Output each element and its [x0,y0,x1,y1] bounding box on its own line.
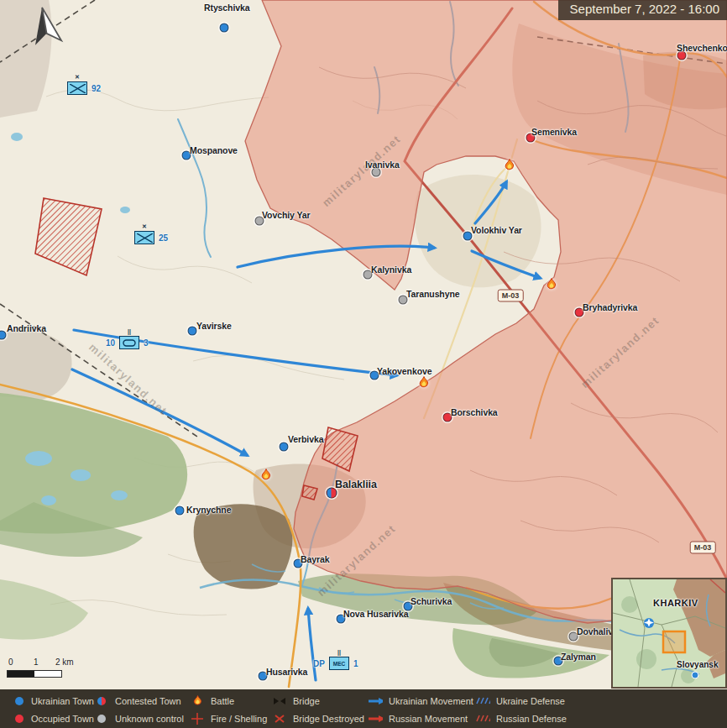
legend-label: Contested Town [115,696,181,706]
legend-item-bridge-destroyed: Bridge Destroyed [272,710,368,726]
flame-icon [418,376,431,390]
legend-item-fire-shelling: Fire / Shelling [190,710,272,726]
legend-icon [475,715,490,722]
legend-item-russian-defense: Russian Defense [475,710,601,726]
legend-icon [272,714,287,724]
town-label-bryhadyrivka: Bryhadyrivka [583,302,637,312]
legend-item-ukrainian-movement: Ukrainian Movement [368,693,475,709]
unit-left-label: 10 [106,338,115,348]
unit-box: ||MEC [329,657,349,670]
unknown-control-icon [97,715,106,723]
town-label-andriivka: Andriivka [7,323,46,333]
russian-defense-icon [475,715,490,722]
date-banner: September 7, 2022 - 16:00 [558,0,727,20]
inset-city-label: Slovyansk [677,660,718,669]
legend-icon [368,697,383,705]
town-label-zalyman: Zalyman [561,652,596,662]
unit-box: ✕ [67,81,87,95]
town-label-rtyschivka: Rtyschivka [204,3,249,13]
unit-inner-label: MEC [333,661,345,667]
watermark-0: militaryland.net [86,341,170,417]
legend-item-bridge: Bridge [272,693,368,709]
town-label-yavirske: Yavirske [196,321,232,331]
watermark-2: militaryland.net [578,314,662,390]
town-label-vovchiy-yar: Vovchiy Yar [262,210,310,220]
legend-label: Fire / Shelling [211,714,267,724]
legend-icon [475,697,490,704]
inset-focus-rect [663,631,685,652]
town-dot-yavirske [188,327,197,336]
unit-box: ✕ [134,231,154,244]
ukrainian-movement-icon [368,697,383,705]
town-label-schurivka: Schurivka [411,596,452,606]
unit-right-label: 92 [92,84,101,93]
legend-label: Bridge Destroyed [293,714,364,724]
town-label-krynychne: Krynychne [186,505,231,515]
legend-grid: Ukrainian TownContested TownBattleBridge… [0,689,727,726]
town-label-bayrak: Bayrak [301,554,329,564]
town-label-mospanove: Mospanove [190,145,238,155]
legend-icon [368,715,383,723]
legend-item-ukraine-defense: Ukraine Defense [475,693,601,709]
occupied-town-icon [15,715,24,723]
scale-label-2: 2 km [55,657,74,667]
scale-label-1: 1 [34,657,39,667]
unit-right-label: 25 [159,233,168,243]
town-label-taranushyne: Taranushyne [406,289,459,299]
flame-icon [546,278,558,291]
legend-item-unknown-control: Unknown control [94,710,190,726]
battle-fire-icon-2 [418,376,431,393]
town-label-nova-husarivka: Nova Husarivka [343,609,408,619]
legend-icon [94,697,109,705]
legend-bar: Ukrainian TownContested TownBattleBridge… [0,689,727,728]
legend-item-ukrainian-town: Ukrainian Town [13,693,94,709]
town-dot-verbivka [280,443,289,452]
bridge-destroyed-icon [274,714,285,724]
battle-fire-icon-0 [504,159,516,175]
unit-marker-92: ✕92 [67,81,87,95]
flame-icon [192,695,203,707]
legend-item-russian-movement: Russian Movement [368,710,475,726]
legend-item-occupied-town: Occupied Town [13,710,94,726]
battle-fire-icon-3 [260,469,273,485]
inset-region-label: KHARKIV [653,598,698,608]
scale-bar-graphic [7,670,62,678]
compass-north-arrow [22,3,69,52]
russian-movement-icon [368,715,383,723]
ukrainian-town-icon [15,697,24,705]
town-label-borschivka: Borschivka [451,407,498,417]
road-shield-1: M-03 [690,542,716,554]
unit-marker-25: ✕25 [134,231,154,244]
town-dot-krynychne [175,506,185,516]
legend-icon [94,715,109,723]
legend-icon [190,695,205,707]
legend-label: Bridge [293,696,320,706]
watermark-1: militaryland.net [320,133,403,209]
town-label-volokhiv-yar: Volokhiv Yar [471,225,522,235]
town-label-balakliia: Balakliia [335,479,377,490]
unit-right-label: 1 [353,659,358,668]
contested-town-icon [97,697,106,705]
infantry-cross [70,84,86,93]
unit-echelon: ✕ [75,74,80,81]
unit-echelon: || [337,649,341,655]
unit-echelon: || [128,328,131,334]
legend-icon [272,697,287,705]
town-label-kalynivka: Kalynivka [371,264,411,275]
town-dot-andriivka [0,331,7,340]
town-label-husarivka: Husarivka [266,667,307,677]
battle-fire-icon-1 [546,278,558,295]
flame-icon [504,159,516,172]
legend-label: Ukraine Defense [496,696,565,706]
town-label-yakovenkove: Yakovenkove [377,366,431,376]
unit-left-label: DP [313,659,325,668]
scale-label-0: 0 [8,657,13,667]
unit-marker-1: ||MECDP1 [329,657,349,670]
legend-label: Russian Defense [496,714,567,724]
legend-icon [13,697,25,705]
unit-marker-3: ||103 [119,336,139,349]
inset-slovyansk-dot [692,672,698,678]
unit-box: || [119,336,139,349]
town-label-semenivka: Semenivka [531,127,577,137]
legend-icon [13,715,25,723]
